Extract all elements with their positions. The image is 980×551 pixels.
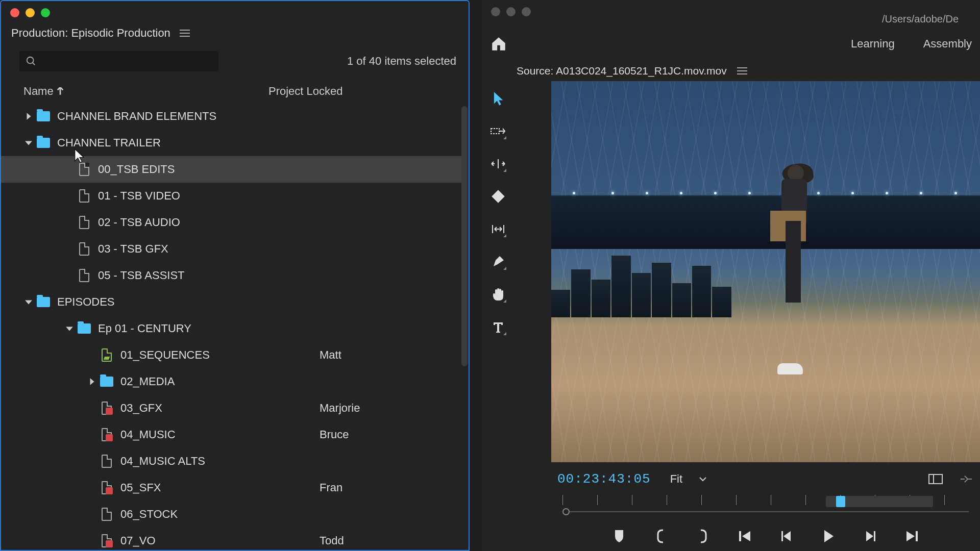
insert-overwrite-icon[interactable] (959, 473, 974, 485)
item-label: 01_SEQUENCES (120, 348, 320, 362)
tree-row[interactable]: EPISODES (1, 289, 462, 315)
source-monitor-panel: /Users/adobe/De Learning Assembly Source… (482, 0, 980, 551)
tree-row[interactable]: 02 - TSB AUDIO (1, 209, 462, 236)
zoom-fit-dropdown[interactable]: Fit (665, 470, 712, 488)
timecode-display[interactable]: 00:23:43:05 (557, 471, 651, 487)
folder-icon (36, 137, 51, 148)
tree-row[interactable]: 00_TSB EDITS (1, 156, 462, 183)
locked-by-label: Marjorie (320, 402, 360, 415)
close-window-button[interactable] (491, 7, 500, 16)
set-in-button[interactable] (652, 528, 670, 545)
hand-tool[interactable] (489, 285, 507, 304)
search-input[interactable] (19, 51, 218, 71)
tree-row[interactable]: CHANNEL BRAND ELEMENTS (1, 103, 462, 130)
folder-icon (36, 296, 51, 308)
home-button[interactable] (490, 35, 507, 53)
disclosure-triangle[interactable] (85, 378, 99, 386)
tree-row[interactable]: 04_MUSIC ALTS (1, 448, 462, 474)
disclosure-triangle[interactable] (21, 140, 36, 146)
item-label: CHANNEL BRAND ELEMENTS (57, 110, 256, 123)
ripple-edit-tool[interactable] (489, 155, 507, 173)
close-window-button[interactable] (10, 8, 19, 17)
tab-learning[interactable]: Learning (851, 37, 895, 51)
type-tool[interactable] (489, 318, 507, 336)
tree-row[interactable]: 05_SFXFran (1, 474, 462, 501)
panel-title: Production: Episodic Production (11, 27, 170, 40)
item-label: 03 - TSB GFX (98, 242, 297, 256)
item-label: 02 - TSB AUDIO (98, 216, 297, 229)
item-label: EPISODES (57, 295, 256, 309)
svg-line-1 (33, 63, 35, 65)
step-back-button[interactable] (778, 528, 795, 545)
disclosure-triangle[interactable] (21, 299, 36, 305)
tree-row[interactable]: 03 - TSB GFX (1, 236, 462, 262)
tools-toolbar (482, 81, 514, 551)
item-label: 06_STOCK (120, 508, 320, 521)
item-label: CHANNEL TRAILER (57, 136, 256, 149)
tree-row[interactable]: 05 - TSB ASSIST (1, 262, 462, 289)
disclosure-triangle[interactable] (21, 112, 36, 120)
pen-tool[interactable] (489, 253, 507, 271)
item-label: 02_MEDIA (120, 375, 320, 388)
go-to-out-button[interactable] (903, 528, 921, 545)
tree-row[interactable]: 01_SEQUENCESMatt (1, 342, 462, 368)
set-out-button[interactable] (694, 528, 712, 545)
disclosure-triangle[interactable] (62, 325, 77, 332)
track-select-tool[interactable] (489, 122, 507, 140)
project-file-icon (77, 217, 92, 228)
locked-by-label: Fran (320, 481, 342, 494)
project-file-icon (77, 190, 92, 202)
minimize-window-button[interactable] (26, 8, 35, 17)
tree-row[interactable]: Ep 01 - CENTURY (1, 315, 462, 342)
folder-icon (99, 376, 114, 387)
zoom-window-button[interactable] (522, 7, 531, 16)
chevron-down-icon (699, 477, 707, 482)
tree-row[interactable]: 07_VOTodd (1, 528, 462, 550)
timeline-ruler[interactable] (557, 495, 974, 515)
item-label: 03_GFX (120, 402, 320, 415)
selection-status: 1 of 40 items selected (347, 55, 456, 68)
selection-tool[interactable] (489, 89, 507, 108)
file-path: /Users/adobe/De (870, 7, 971, 27)
search-icon (26, 56, 37, 67)
tree-row[interactable]: 01 - TSB VIDEO (1, 183, 462, 209)
project-file-icon (77, 164, 92, 175)
project-file-icon (99, 509, 114, 520)
playhead[interactable] (562, 508, 570, 515)
scrollbar[interactable] (461, 106, 468, 366)
item-label: 05 - TSB ASSIST (98, 269, 297, 282)
column-headers[interactable]: Name Project Locked (1, 76, 469, 103)
play-button[interactable] (820, 528, 837, 545)
locked-by-label: Bruce (320, 428, 349, 441)
window-traffic-lights (1, 1, 469, 21)
project-file-icon (77, 243, 92, 255)
slip-tool[interactable] (489, 220, 507, 238)
locked-by-label: Matt (320, 348, 341, 362)
tree-row[interactable]: 02_MEDIA (1, 368, 462, 395)
panel-menu-icon[interactable] (180, 30, 190, 37)
mark-in-button[interactable] (610, 528, 628, 545)
project-tree[interactable]: CHANNEL BRAND ELEMENTSCHANNEL TRAILER00_… (1, 103, 469, 550)
tree-row[interactable]: 03_GFXMarjorie (1, 395, 462, 421)
step-forward-button[interactable] (862, 528, 879, 545)
razor-tool[interactable] (489, 187, 507, 206)
minimize-window-button[interactable] (506, 7, 516, 16)
source-menu-icon[interactable] (737, 67, 747, 74)
settings-view-icon[interactable] (928, 473, 943, 485)
item-label: Ep 01 - CENTURY (98, 322, 297, 335)
zoom-scrollbar[interactable] (826, 496, 933, 507)
tab-assembly[interactable]: Assembly (923, 37, 972, 51)
svg-rect-9 (916, 531, 918, 541)
tree-row[interactable]: 06_STOCK (1, 501, 462, 528)
project-file-icon (99, 456, 114, 467)
go-to-in-button[interactable] (736, 528, 753, 545)
tree-row[interactable]: CHANNEL TRAILER (1, 130, 462, 156)
item-label: 00_TSB EDITS (98, 163, 297, 176)
sort-ascending-icon (57, 87, 64, 95)
svg-rect-4 (929, 474, 942, 484)
source-monitor-video[interactable] (551, 81, 980, 462)
tree-row[interactable]: 04_MUSICBruce (1, 421, 462, 448)
zoom-window-button[interactable] (41, 8, 50, 17)
folder-icon (36, 111, 51, 122)
folder-icon (77, 323, 92, 334)
